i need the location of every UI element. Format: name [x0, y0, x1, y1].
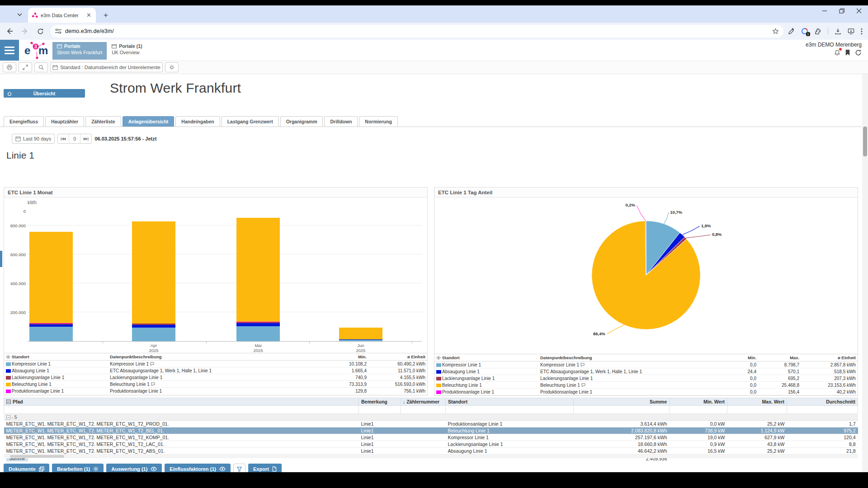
- table-header-pfad[interactable]: Pfad: [4, 398, 359, 406]
- search-button[interactable]: [34, 62, 48, 72]
- bar-segment[interactable]: [132, 324, 175, 324]
- legend-row[interactable]: Produktionsanlage Linie 1Produktionsanla…: [4, 388, 427, 394]
- bar-segment[interactable]: [29, 327, 73, 341]
- comment-icon[interactable]: [150, 362, 154, 366]
- browser-tab[interactable]: e3m Data Center ✕: [28, 8, 96, 23]
- comment-icon[interactable]: [580, 363, 585, 367]
- filter-input[interactable]: [787, 406, 858, 414]
- sort-desc-icon[interactable]: ↓: [403, 399, 405, 404]
- fullscreen-button[interactable]: [19, 62, 32, 72]
- meter-table-row[interactable]: METER_ETC_W1. METER_ETC_W1_T2. METER_ETC…: [4, 441, 858, 448]
- legend-row[interactable]: Lackierungsanlage Linie 1Lackierungsanla…: [4, 374, 427, 381]
- bar-segment[interactable]: [29, 232, 73, 323]
- download-icon[interactable]: [835, 28, 841, 35]
- bar-segment[interactable]: [236, 323, 280, 326]
- meter-table-row[interactable]: METER_ETC_W1. METER_ETC_W1_T2. METER_ETC…: [4, 427, 858, 434]
- filter-input[interactable]: [401, 406, 446, 414]
- tab-normierung[interactable]: Normierung: [359, 116, 398, 127]
- print-button[interactable]: [3, 62, 16, 72]
- table-header-durchschnitt[interactable]: Durchschnitt: [787, 398, 858, 406]
- step-count[interactable]: 0: [69, 134, 80, 143]
- filter-input[interactable]: [727, 406, 787, 414]
- meter-table-row[interactable]: METER_ETC_W1. METER_ETC_W1_T2. METER_ETC…: [4, 434, 858, 441]
- tab-organigramm[interactable]: Organigramm: [280, 116, 323, 127]
- overview-home-button[interactable]: Übersicht: [4, 89, 85, 98]
- refresh-icon[interactable]: [855, 49, 862, 56]
- bookmark-star-icon[interactable]: [772, 28, 779, 35]
- url-omnibox[interactable]: demo.e3m.de/e3m/: [51, 25, 783, 38]
- site-info-icon[interactable]: [55, 28, 61, 34]
- bar-segment[interactable]: [132, 221, 175, 324]
- forward-icon[interactable]: [19, 25, 31, 37]
- scrollbar-thumb[interactable]: [863, 127, 867, 156]
- tab-energiefluss[interactable]: Energiefluss: [4, 116, 44, 127]
- bar-segment[interactable]: [132, 328, 175, 341]
- table-header-bemerkung[interactable]: Bemerkung: [359, 398, 401, 406]
- table-header-min-wert[interactable]: Min. Wert: [670, 398, 727, 406]
- comment-icon[interactable]: [151, 382, 155, 386]
- legend-row[interactable]: Absaugung Linie 1ETC Absaugungsanlage 1,…: [434, 368, 858, 375]
- legend-row[interactable]: Beleuchtung Linie 1Beleuchtung Linie 10,…: [434, 382, 858, 389]
- legend-row[interactable]: Beleuchtung Linie 1Beleuchtung Linie 173…: [4, 381, 427, 388]
- install-app-icon[interactable]: [848, 28, 854, 35]
- bar-segment[interactable]: [236, 218, 280, 322]
- bar-segment[interactable]: [236, 326, 280, 341]
- step-back-button[interactable]: [58, 134, 69, 143]
- daterange-settings-button[interactable]: [165, 62, 179, 72]
- table-header-z-hlernummer[interactable]: ↓ Zählernummer: [401, 398, 446, 406]
- filter-input[interactable]: [359, 406, 401, 414]
- back-icon[interactable]: [4, 25, 15, 37]
- menu-dots-icon[interactable]: [861, 28, 863, 35]
- reload-icon[interactable]: [34, 25, 46, 37]
- tab-hauptzähler[interactable]: Hauptzähler: [45, 116, 84, 127]
- filter-input[interactable]: [446, 406, 574, 414]
- legend-row[interactable]: Kompressor Linie 1Kompressor Linie 110.1…: [4, 361, 427, 367]
- window-close-button[interactable]: [856, 8, 862, 14]
- filter-input[interactable]: [670, 406, 727, 414]
- table-header-summe[interactable]: Summe: [574, 398, 670, 406]
- new-tab-button[interactable]: +: [100, 10, 111, 21]
- table-header-max-wert[interactable]: Max. Wert: [727, 398, 787, 406]
- bar-segment[interactable]: [132, 325, 175, 328]
- window-restore-button[interactable]: [839, 8, 844, 14]
- legend-row[interactable]: Produktionsanlage Linie 1Produktionsanla…: [434, 389, 858, 395]
- window-minimize-button[interactable]: [822, 8, 827, 14]
- portal-tab[interactable]: Portale (1)UK Overview: [107, 42, 146, 60]
- tab-anlagenübersicht[interactable]: Anlagenübersicht: [123, 116, 175, 127]
- daterange-button[interactable]: Last 90 days: [12, 134, 55, 144]
- meter-table-row[interactable]: METER_ETC_W1. METER_ETC_W1_T2. METER_ETC…: [4, 421, 858, 427]
- tab-zählerliste[interactable]: Zählerliste: [85, 116, 121, 127]
- notifications-bell-icon[interactable]: [834, 49, 840, 56]
- extensions-icon[interactable]: [815, 28, 821, 35]
- tab-close-icon[interactable]: ✕: [85, 12, 92, 19]
- bar-segment[interactable]: [29, 324, 73, 324]
- bar-segment[interactable]: [339, 328, 382, 339]
- table-horizontal-scrollbar[interactable]: [4, 455, 858, 458]
- table-header-standort[interactable]: Standort: [446, 398, 574, 406]
- tab-lastgang grenzwert[interactable]: Lastgang Grenzwert: [222, 116, 279, 127]
- scrollbar-thumb[interactable]: [10, 455, 64, 458]
- standard-daterange-button[interactable]: Standard : Datumsbereich der Unterelemen…: [50, 62, 163, 72]
- sync-update-icon[interactable]: 1: [801, 28, 808, 35]
- filter-input[interactable]: [4, 406, 359, 414]
- color-picker-icon[interactable]: [788, 28, 795, 35]
- page-vertical-scrollbar[interactable]: [862, 74, 868, 478]
- legend-row[interactable]: Kompressor Linie 1Kompressor Linie 10,08…: [434, 361, 858, 368]
- collapse-icon[interactable]: [6, 415, 10, 419]
- portal-tab[interactable]: PortaleStrom Werk Frankfurt: [52, 42, 107, 60]
- tab-handeingaben[interactable]: Handeingaben: [175, 116, 220, 127]
- filter-input[interactable]: [574, 406, 670, 414]
- bar-segment[interactable]: [29, 324, 73, 327]
- tab-drilldown[interactable]: Drilldown: [324, 116, 358, 127]
- legend-row[interactable]: Lackierungsanlage Linie 1Lackierungsanla…: [434, 375, 858, 382]
- tab-search-chevron[interactable]: [14, 9, 25, 20]
- comment-icon[interactable]: [581, 383, 585, 387]
- legend-row[interactable]: Absaugung Linie 1ETC Absaugungsanlage 1,…: [4, 367, 427, 374]
- bar-segment[interactable]: [339, 340, 382, 341]
- bar-segment[interactable]: [236, 322, 280, 323]
- table-group-row[interactable]: - 5: [4, 414, 858, 421]
- side-panel-handle[interactable]: [0, 251, 2, 267]
- bookmark-icon[interactable]: [845, 49, 850, 56]
- hamburger-menu-button[interactable]: [0, 40, 19, 61]
- step-forward-button[interactable]: [80, 134, 91, 143]
